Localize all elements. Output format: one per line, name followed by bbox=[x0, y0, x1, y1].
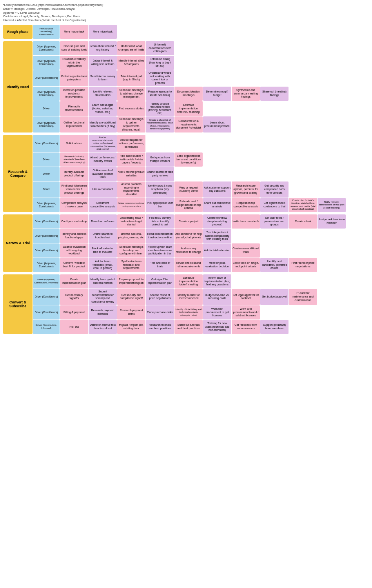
task: Competitive analysis / make a case bbox=[60, 198, 88, 212]
task: Get security and compliance signoff bbox=[117, 289, 145, 305]
task: Schedule meeting/s to address change man… bbox=[117, 87, 145, 101]
task: Learn about procurement protocol bbox=[203, 116, 231, 132]
task: Identify number of licenses needed bbox=[174, 289, 203, 305]
task: Research payment terms bbox=[117, 305, 145, 319]
convert-role-2: Driver (Contributors) bbox=[33, 289, 60, 305]
task: Notify relevant stakeholders of trial pl… bbox=[318, 198, 346, 212]
narrow-trial-section: Narrow & Trial Driver (Contributors) Con… bbox=[3, 214, 369, 272]
task: Create a checklist of requirements (cost… bbox=[146, 116, 174, 132]
task: Work with procurement to get licenses bbox=[203, 305, 231, 319]
task: Read documentation / instructions online bbox=[146, 229, 174, 243]
task: Ask someone for help (email, chat, phone… bbox=[174, 229, 203, 243]
task: Training for new users (technical and no… bbox=[203, 320, 231, 334]
task: First round of price negotiations bbox=[289, 258, 317, 272]
convert-section: Convert & Subscribe Driver (Approver, Co… bbox=[3, 274, 369, 334]
task: Get signoff on top contendors to trial bbox=[260, 198, 289, 212]
task: Ask for recommendations in online profes… bbox=[89, 135, 117, 152]
task: Ask customer support any questions bbox=[203, 181, 231, 198]
task: Research 'industry standards' (see how o… bbox=[60, 152, 88, 167]
task: Find best fit between team needs & produ… bbox=[60, 181, 88, 198]
task: Assign task to a team member bbox=[318, 214, 346, 229]
task: Make recommendation/s on top contendors bbox=[117, 198, 145, 212]
task: Document ideation meeting/s bbox=[174, 87, 203, 101]
task: Get budget approval bbox=[260, 289, 289, 305]
research-role-3: Driver bbox=[33, 167, 60, 181]
task: Collect organizational pain points bbox=[60, 70, 88, 86]
task: Send internal survey to team bbox=[89, 70, 117, 86]
identify-need-role-4: Driver (Approver, Contributors) bbox=[33, 87, 60, 101]
task: Roll out bbox=[60, 320, 88, 334]
task: Identify best candidate / preferred choi… bbox=[260, 258, 289, 272]
task: Follow up with team members to ensure pa… bbox=[146, 243, 174, 258]
task: Understand what's not working with curre… bbox=[146, 70, 174, 86]
identify-need-role-1: Driver (Approver, Contributors) bbox=[33, 41, 60, 55]
task: Create new additional trials bbox=[232, 243, 260, 258]
task: Discuss pros and cons of existing tools bbox=[60, 41, 88, 55]
task: Get feedback from team members bbox=[232, 320, 260, 334]
identify-need-role-5: Driver bbox=[33, 101, 60, 116]
task: View or request (custom) demo bbox=[174, 181, 203, 198]
task: Address any resistance to change bbox=[174, 243, 203, 258]
task: Browse add-ons, plug-ins, macros, etc. bbox=[117, 229, 145, 243]
task: Get signoff for implementation plan bbox=[146, 274, 174, 289]
task: Test integrations / assess compatibility… bbox=[203, 229, 231, 243]
task: Identify available product offerings bbox=[60, 167, 88, 181]
narrow-trial-label: Narrow & Trial bbox=[3, 214, 33, 272]
header-row: Rough phase Primary (and secondary) stak… bbox=[3, 25, 369, 39]
research-role-5: Driver (Approver, Contributors) bbox=[33, 198, 60, 212]
task: Create plan for trial's timeline, stakeh… bbox=[289, 198, 317, 212]
task: Ask colleagues for indicate preferences,… bbox=[117, 135, 145, 152]
task: Document competitive analysis bbox=[89, 198, 117, 212]
task: Identify official billing and technical … bbox=[174, 305, 203, 319]
task: Score tools on single, multipoint criter… bbox=[232, 258, 260, 272]
convert-role-4: Driver (Contributors, Informed) bbox=[33, 320, 60, 334]
task: Get necessary signoffs bbox=[60, 289, 88, 305]
task: Establish credibility within the organiz… bbox=[60, 56, 88, 70]
convert-role-3: Driver (Contributors) bbox=[33, 305, 60, 319]
task: Ideate on possible solutions / improveme… bbox=[60, 87, 88, 101]
task: Support (reluctant) team members bbox=[260, 320, 289, 334]
task: Identify possible resources needed (trai… bbox=[146, 101, 174, 116]
task: Attend conferences / industry events bbox=[89, 152, 117, 167]
task: Download software bbox=[89, 214, 117, 229]
micro-task-header: More micro task bbox=[89, 25, 117, 39]
task: Gather functional requirements bbox=[60, 116, 88, 132]
task: Confirm / validate best fit for product bbox=[60, 258, 88, 272]
task: (Informal) conversations with colleagues bbox=[146, 41, 174, 55]
task: Share out competitive analysis bbox=[203, 198, 231, 212]
task: Research future options, potential for g… bbox=[232, 181, 260, 198]
identify-need-role-3: Driver (Contributors) bbox=[33, 70, 60, 86]
task: Request on top competitive analysis bbox=[232, 198, 260, 212]
task: Get security and compliance docs from ve… bbox=[260, 181, 289, 198]
task: Solicit advice bbox=[60, 135, 88, 152]
convert-label: Convert & Subscribe bbox=[3, 274, 33, 334]
task: Online search to troubleshoot bbox=[89, 229, 117, 243]
task: Determine (rough) budget bbox=[203, 87, 231, 101]
task: Online search of third party reviews bbox=[146, 167, 174, 181]
task: Synthesize and summarize meeting finding… bbox=[232, 87, 260, 101]
task: Configure and set-up bbox=[60, 214, 88, 229]
task: Meet for post-evaluation decision bbox=[203, 258, 231, 272]
task: Share out (meeting) findings bbox=[260, 87, 289, 101]
task: IT audit for maintenance and customizati… bbox=[289, 289, 317, 305]
task: Estimate cost / budget based on top opti… bbox=[174, 198, 203, 212]
task: Hire a consultant bbox=[89, 181, 117, 198]
research-label: Research & Compare bbox=[3, 135, 33, 212]
task: Second round of price negotiations bbox=[146, 289, 174, 305]
task: Identify team goals / success metrics bbox=[89, 274, 117, 289]
task: Get quotes from multiple vendors bbox=[146, 152, 174, 167]
task: Schedule implementation kickoff meeting bbox=[174, 274, 203, 289]
task: Judge interest & willingness of team bbox=[89, 56, 117, 70]
task: Share out tutorials and best practices bbox=[174, 320, 203, 334]
identify-need-section: Identify Need Driver (Approver, Contribu… bbox=[3, 41, 369, 133]
narrow-role-4: Driver (Approver, Contributors) bbox=[33, 258, 60, 272]
task: Learn about context / org history bbox=[89, 41, 117, 55]
task: Create implementation plan bbox=[60, 274, 88, 289]
task: Estimate implementation timeline / roadm… bbox=[174, 101, 203, 116]
task: Identify and address functional gaps bbox=[60, 229, 88, 243]
task: Pick appropriate user tier bbox=[146, 198, 174, 212]
task: Schedule meeting/s to set-up and configu… bbox=[117, 243, 145, 258]
task: Ask for trial extension bbox=[203, 243, 231, 258]
task: Create workflow (map to existing process… bbox=[203, 214, 231, 229]
task: Work with procurement to add / subtract … bbox=[232, 305, 260, 319]
